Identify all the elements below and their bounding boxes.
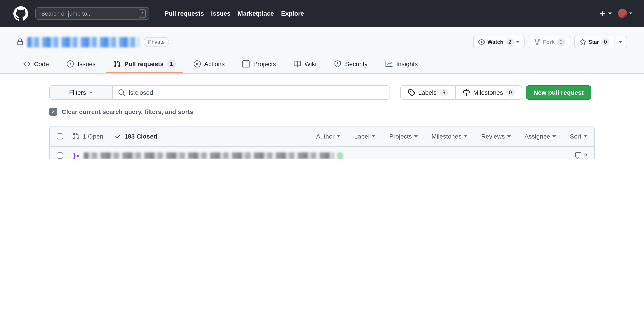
repo-tab[interactable]: Wiki xyxy=(287,55,324,73)
global-search-input[interactable] xyxy=(41,10,139,17)
tab-label: Wiki xyxy=(304,60,316,67)
milestone-icon xyxy=(463,89,470,96)
dropdown-label: Sort xyxy=(570,133,582,140)
repo-action-button[interactable]: Star 0 xyxy=(574,36,627,48)
pull-request-icon xyxy=(114,60,121,67)
top-nav-link[interactable]: Marketplace xyxy=(238,10,274,17)
comments-count[interactable]: 2 xyxy=(575,152,587,159)
open-prs-link[interactable]: 1 Open xyxy=(72,133,103,140)
repo-tab[interactable]: Projects xyxy=(236,55,283,73)
count-badge: 0 xyxy=(557,38,565,46)
main-content: Filters Labels 9 Milestones 0 New xyxy=(49,85,595,159)
list-filter-dropdown[interactable]: Reviews xyxy=(481,133,511,140)
pr-search-input[interactable] xyxy=(129,89,384,96)
filters-label: Filters xyxy=(69,89,86,96)
tab-label: Projects xyxy=(253,60,276,67)
list-filter-dropdown[interactable]: Assignee xyxy=(524,133,556,140)
visibility-badge: Private xyxy=(144,37,169,47)
repo-tab[interactable]: Insights xyxy=(378,55,425,73)
code-icon xyxy=(23,60,30,67)
tab-label: Issues xyxy=(78,60,96,67)
fork-icon xyxy=(534,38,541,45)
tab-label: Actions xyxy=(204,60,225,67)
filters-dropdown[interactable]: Filters xyxy=(49,85,113,100)
wiki-icon xyxy=(294,60,301,67)
chevron-down-icon xyxy=(584,135,587,137)
repo-name-redacted[interactable] xyxy=(27,37,139,47)
tab-label: Code xyxy=(34,60,49,67)
count-badge: 0 xyxy=(601,38,610,46)
row-checkbox[interactable] xyxy=(57,152,63,159)
chevron-down-icon xyxy=(337,135,340,137)
button-label: Watch xyxy=(488,39,503,45)
tab-label: Pull requests xyxy=(124,60,164,67)
dropdown-label: Author xyxy=(316,133,335,140)
repo-action-button[interactable]: Fork 0 xyxy=(529,36,570,48)
repo-tab[interactable]: Code xyxy=(16,55,56,73)
tag-icon xyxy=(408,89,415,96)
repo-tab[interactable]: Pull requests 1 xyxy=(106,55,183,73)
list-filter-dropdowns: Author Label Projects Milestones xyxy=(316,133,587,140)
labels-milestones-group: Labels 9 Milestones 0 xyxy=(400,85,522,100)
comment-icon xyxy=(575,152,582,159)
pr-row[interactable]: #184 by was merged 6 hours ago • Approve… xyxy=(50,147,594,159)
pr-list: 1 Open 183 Closed Author Label xyxy=(49,126,595,159)
milestones-button[interactable]: Milestones 0 xyxy=(455,86,522,99)
git-merge-icon xyxy=(72,152,80,159)
chevron-down-icon xyxy=(372,135,376,137)
pr-search[interactable] xyxy=(113,85,390,100)
select-all-checkbox[interactable] xyxy=(57,133,63,139)
tab-label: Insights xyxy=(396,60,418,67)
eye-icon xyxy=(478,38,485,45)
repo-tab[interactable]: Security xyxy=(327,55,375,73)
repo-action-button[interactable]: Watch 2 xyxy=(473,36,525,48)
list-filter-dropdown[interactable]: Milestones xyxy=(432,133,467,140)
labels-label: Labels xyxy=(418,89,437,96)
list-filter-dropdown[interactable]: Author xyxy=(316,133,340,140)
top-nav-link[interactable]: Explore xyxy=(281,10,304,17)
user-menu[interactable] xyxy=(618,9,632,18)
milestones-count: 0 xyxy=(506,88,514,96)
create-new-menu[interactable] xyxy=(599,10,612,17)
github-pull-requests-page: / Pull requestsIssuesMarketplaceExplore … xyxy=(0,0,644,159)
lock-icon xyxy=(16,38,24,45)
tab-count-badge: 1 xyxy=(167,60,176,68)
tab-label: Security xyxy=(345,60,368,67)
button-label: Star xyxy=(588,39,599,45)
clear-filters[interactable]: Clear current search query, filters, and… xyxy=(49,108,193,116)
list-filter-dropdown[interactable]: Projects xyxy=(389,133,418,140)
search-icon xyxy=(118,89,125,96)
dropdown-label: Reviews xyxy=(481,133,505,140)
top-nav-links: Pull requestsIssuesMarketplaceExplore xyxy=(164,10,304,17)
repo-header-section: Private Watch 2 Fork 0 Star xyxy=(0,27,644,74)
global-search[interactable]: / xyxy=(35,7,149,20)
pull-request-icon xyxy=(72,133,80,140)
insights-icon xyxy=(386,60,393,67)
pr-title-redacted[interactable] xyxy=(84,152,334,159)
chevron-down-icon xyxy=(414,135,418,137)
repo-actions: Watch 2 Fork 0 Star 0 xyxy=(473,36,627,48)
new-pull-request-button[interactable]: New pull request xyxy=(526,85,591,100)
github-logo-icon[interactable] xyxy=(14,6,28,21)
chevron-down-icon xyxy=(464,135,467,137)
plus-icon xyxy=(599,10,606,17)
list-filter-dropdown[interactable]: Label xyxy=(354,133,376,140)
repo-tab[interactable]: Issues xyxy=(60,55,103,73)
pr-list-header: 1 Open 183 Closed Author Label xyxy=(50,126,594,147)
button-label: Fork xyxy=(543,39,555,45)
top-nav-link[interactable]: Issues xyxy=(211,10,230,17)
open-closed-tabs: 1 Open 183 Closed xyxy=(72,133,158,140)
actions-icon xyxy=(194,60,200,67)
labels-button[interactable]: Labels 9 xyxy=(401,86,455,99)
repo-tab[interactable]: Actions xyxy=(186,55,232,73)
chevron-down-icon xyxy=(629,12,632,14)
repo-tabs: Code Issues Pull requests 1 Actions P xyxy=(0,55,644,73)
closed-prs-link[interactable]: 183 Closed xyxy=(114,133,158,140)
clear-filters-label: Clear current search query, filters, and… xyxy=(62,108,193,115)
milestones-label: Milestones xyxy=(473,89,503,96)
labels-count: 9 xyxy=(440,88,448,96)
chevron-down-icon xyxy=(552,135,556,137)
list-filter-dropdown[interactable]: Sort xyxy=(570,133,587,140)
check-icon xyxy=(114,133,121,140)
top-nav-link[interactable]: Pull requests xyxy=(164,10,204,17)
